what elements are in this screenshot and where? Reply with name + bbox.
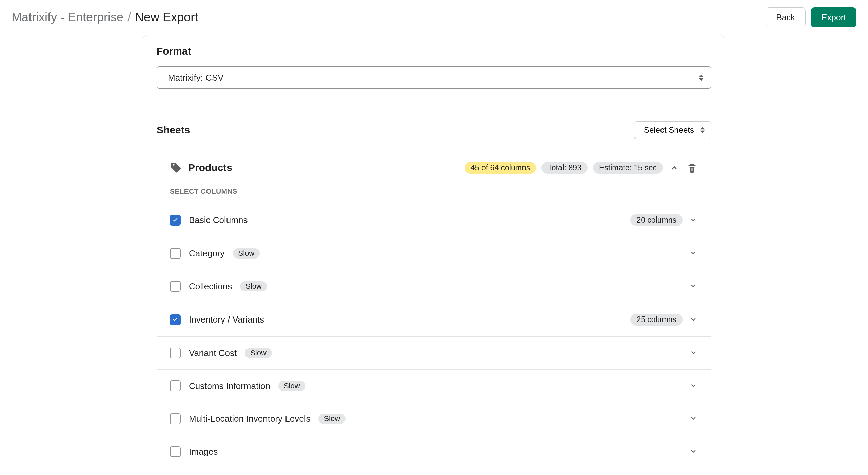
expand-column-button[interactable] xyxy=(689,282,698,291)
column-label: Variant Cost xyxy=(189,348,237,358)
expand-column-button[interactable] xyxy=(689,215,698,225)
column-row: CollectionsSlow xyxy=(157,270,711,303)
products-sheet: Products 45 of 64 columns Total: 893 Est… xyxy=(157,152,711,475)
column-row-right xyxy=(689,447,698,456)
column-label: Customs Information xyxy=(189,381,270,391)
column-row-left: Inventory / Variants xyxy=(170,314,622,325)
products-sheet-name: Products xyxy=(188,162,232,173)
column-row-right: 20 columns xyxy=(630,214,698,226)
top-actions: Back Export xyxy=(766,7,856,27)
estimate-badge: Estimate: 15 sec xyxy=(593,162,663,174)
delete-sheet-button[interactable] xyxy=(686,162,698,174)
format-title: Format xyxy=(157,45,711,57)
column-row-right: 25 columns xyxy=(630,314,698,326)
trash-icon xyxy=(687,163,697,173)
select-sheets-label: Select Sheets xyxy=(644,125,694,135)
column-label: Collections xyxy=(189,281,232,292)
column-row-left: Images xyxy=(170,446,680,457)
page-inner: Format Matrixify: CSV Sheets Select Shee… xyxy=(143,35,725,475)
products-sheet-header-right: 45 of 64 columns Total: 893 Estimate: 15… xyxy=(465,162,698,174)
column-label: Multi-Location Inventory Levels xyxy=(189,414,310,424)
select-columns-label: SELECT COLUMNS xyxy=(157,183,711,203)
column-checkbox[interactable] xyxy=(170,446,181,457)
chevron-down-icon xyxy=(690,448,697,455)
slow-badge: Slow xyxy=(278,381,305,391)
format-select-value: Matrixify: CSV xyxy=(168,73,224,83)
breadcrumb-slash: / xyxy=(127,10,131,24)
column-row: Basic Columns20 columns xyxy=(157,203,711,237)
column-checkbox[interactable] xyxy=(170,348,181,358)
page-body: Format Matrixify: CSV Sheets Select Shee… xyxy=(0,35,868,475)
column-label: Images xyxy=(189,447,218,457)
updown-caret-icon xyxy=(700,127,705,133)
column-checkbox[interactable] xyxy=(170,248,181,259)
breadcrumb: Matrixify - Enterprise / New Export xyxy=(12,10,198,24)
expand-column-button[interactable] xyxy=(689,414,698,424)
column-row-right xyxy=(689,348,698,358)
column-checkbox[interactable] xyxy=(170,314,181,325)
chevron-down-icon xyxy=(690,316,697,324)
back-button[interactable]: Back xyxy=(766,7,806,27)
column-count-badge: 25 columns xyxy=(630,314,683,326)
slow-badge: Slow xyxy=(233,248,260,259)
chevron-down-icon xyxy=(690,382,697,390)
column-row-left: Customs InformationSlow xyxy=(170,380,680,391)
slow-badge: Slow xyxy=(240,281,267,291)
chevron-down-icon xyxy=(690,415,697,422)
column-label: Inventory / Variants xyxy=(189,314,264,325)
select-sheets-button[interactable]: Select Sheets xyxy=(634,121,711,139)
expand-column-button[interactable] xyxy=(689,447,698,456)
column-row: Inventory / Variants25 columns xyxy=(157,303,711,336)
column-row-left: Multi-Location Inventory LevelsSlow xyxy=(170,413,680,424)
updown-caret-icon xyxy=(699,75,704,81)
collapse-sheet-button[interactable] xyxy=(668,162,680,174)
products-sheet-header-left: Products xyxy=(170,162,456,174)
tag-icon xyxy=(170,162,182,174)
column-checkbox[interactable] xyxy=(170,215,181,226)
column-row: MetafieldsSlow xyxy=(157,468,711,475)
slow-badge: Slow xyxy=(318,414,346,424)
column-row-right xyxy=(689,414,698,424)
format-card: Format Matrixify: CSV xyxy=(143,35,725,101)
column-row: Customs InformationSlow xyxy=(157,369,711,402)
sheets-section: Sheets Select Sheets xyxy=(143,111,725,475)
expand-column-button[interactable] xyxy=(689,249,698,258)
column-row: CategorySlow xyxy=(157,237,711,270)
top-bar: Matrixify - Enterprise / New Export Back… xyxy=(0,0,868,35)
column-row-right xyxy=(689,381,698,391)
expand-column-button[interactable] xyxy=(689,381,698,391)
column-row-left: Basic Columns xyxy=(170,215,622,226)
expand-column-button[interactable] xyxy=(689,315,698,325)
column-checkbox[interactable] xyxy=(170,281,181,292)
column-checkbox[interactable] xyxy=(170,380,181,391)
column-label: Basic Columns xyxy=(189,215,248,225)
products-sheet-header: Products 45 of 64 columns Total: 893 Est… xyxy=(157,152,711,183)
columns-count-badge: 45 of 64 columns xyxy=(465,162,536,174)
chevron-down-icon xyxy=(690,250,697,257)
column-row: Variant CostSlow xyxy=(157,336,711,369)
column-row: Multi-Location Inventory LevelsSlow xyxy=(157,402,711,435)
slow-badge: Slow xyxy=(245,348,272,358)
sheets-title: Sheets xyxy=(157,124,190,136)
sheets-header: Sheets Select Sheets xyxy=(157,121,711,139)
format-select[interactable]: Matrixify: CSV xyxy=(157,66,711,89)
column-row-right xyxy=(689,249,698,258)
column-label: Category xyxy=(189,248,225,259)
expand-column-button[interactable] xyxy=(689,348,698,358)
column-row-left: CategorySlow xyxy=(170,248,680,259)
breadcrumb-app[interactable]: Matrixify - Enterprise xyxy=(12,10,123,24)
column-row-left: CollectionsSlow xyxy=(170,281,680,292)
column-rows: Basic Columns20 columnsCategorySlowColle… xyxy=(157,203,711,475)
total-badge: Total: 893 xyxy=(541,162,588,174)
column-checkbox[interactable] xyxy=(170,413,181,424)
column-row-left: Variant CostSlow xyxy=(170,348,680,358)
chevron-up-icon xyxy=(670,164,678,172)
column-row: Images xyxy=(157,435,711,468)
chevron-down-icon xyxy=(690,216,697,224)
export-button[interactable]: Export xyxy=(811,7,856,27)
sheets-card: Sheets Select Sheets xyxy=(143,111,725,475)
format-section: Format Matrixify: CSV xyxy=(143,35,725,101)
breadcrumb-current: New Export xyxy=(135,10,198,24)
column-count-badge: 20 columns xyxy=(630,214,683,226)
column-row-right xyxy=(689,282,698,291)
